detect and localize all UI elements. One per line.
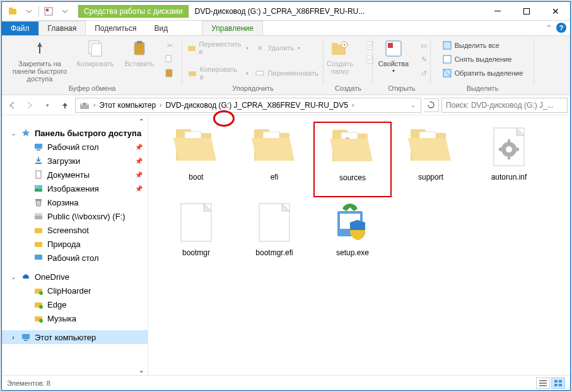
scroll-up-icon[interactable]: ⌃ (139, 118, 144, 125)
sidebar-item-screenshot[interactable]: Screenshot (2, 223, 148, 237)
svg-rect-4 (494, 11, 501, 11)
disc-tools-tab[interactable]: Средства работы с дисками (78, 5, 189, 18)
qat-dropdown-icon[interactable] (22, 4, 36, 18)
navigation-pane[interactable]: ⌃ ⌄Панель быстрого доступа Рабочий стол📌… (2, 115, 148, 375)
sidebar-item-public[interactable]: Public (\\vboxsrv) (F:) (2, 209, 148, 223)
breadcrumb[interactable]: › Этот компьютер › DVD-дисковод (G:) J_C… (75, 98, 421, 113)
history-small[interactable]: ↺ (417, 66, 430, 80)
svg-point-64 (506, 146, 512, 153)
sidebar-quick-access[interactable]: ⌄Панель быстрого доступа (2, 126, 148, 140)
chevron-right-icon[interactable]: › (158, 101, 163, 108)
svg-rect-12 (166, 69, 172, 77)
icons-view-button[interactable] (551, 378, 565, 389)
sidebar-item-cliphoarder[interactable]: ClipHoarder (2, 284, 148, 297)
nav-forward-icon[interactable] (22, 98, 37, 113)
sidebar-this-pc[interactable]: ›Этот компьютер (2, 330, 148, 344)
details-view-button[interactable] (536, 378, 550, 389)
sidebar-item-documents[interactable]: Документы📌 (2, 168, 148, 182)
svg-rect-17 (332, 43, 338, 46)
paste-button[interactable]: Вставить (119, 37, 160, 67)
folder-icon (33, 239, 44, 249)
network-drive-icon (33, 211, 44, 221)
qat-sep (38, 6, 39, 17)
rename[interactable]: Переименовать (254, 66, 320, 80)
svg-rect-38 (35, 242, 42, 247)
ribbon-tabs: Файл Главная Поделиться Вид Управление ⌃… (2, 21, 570, 36)
sidebar-onedrive[interactable]: ⌄OneDrive (2, 270, 148, 284)
search-input[interactable] (441, 98, 568, 113)
tab-manage[interactable]: Управление (202, 21, 263, 35)
breadcrumb-dropdown-icon[interactable]: ⌄ (407, 101, 419, 108)
sidebar-item-desktop[interactable]: Рабочий стол📌 (2, 140, 148, 154)
pin-to-quick-access-button[interactable]: Закрепить на панели быстрого доступа (8, 37, 71, 83)
refresh-icon[interactable] (424, 98, 439, 112)
crumb-pc[interactable]: Этот компьютер (96, 98, 158, 112)
invert-selection[interactable]: Обратить выделение (441, 66, 525, 80)
sidebar-item-nature[interactable]: Природа (2, 237, 148, 251)
folder-item-boot[interactable]: boot (157, 122, 235, 197)
file-item-setup[interactable]: setup.exe (313, 197, 392, 273)
cloud-icon (21, 272, 31, 282)
edit-small[interactable]: ✎ (417, 52, 430, 66)
new-folder-button[interactable]: ✦ Создать папку (320, 37, 360, 75)
tab-home[interactable]: Главная (38, 21, 86, 35)
svg-rect-23 (443, 55, 451, 63)
file-item-bootmgr-efi[interactable]: bootmgr.efi (235, 197, 313, 273)
folder-item-sources[interactable]: sources (313, 122, 392, 197)
svg-rect-6 (39, 46, 40, 54)
move-to[interactable]: Переместить в▾ (186, 41, 250, 55)
tab-view[interactable]: Вид (145, 21, 177, 35)
sidebar-item-edge[interactable]: Edge (2, 297, 148, 311)
folder-item-efi[interactable]: efi (235, 122, 313, 197)
paste-shortcut-small[interactable] (163, 66, 176, 80)
copy-button[interactable]: Копировать (75, 37, 115, 67)
select-none[interactable]: Снять выделение (441, 52, 525, 66)
svg-rect-29 (37, 149, 40, 151)
tab-file[interactable]: Файл (2, 21, 38, 35)
cut-small[interactable]: ✂ (163, 38, 176, 52)
qat-dropdown2-icon[interactable] (58, 4, 72, 18)
sidebar-item-music[interactable]: Музыка (2, 311, 148, 325)
folder-open-icon (170, 124, 222, 170)
help-icon[interactable]: ? (556, 23, 566, 33)
svg-point-41 (39, 291, 43, 295)
qat-properties-icon[interactable] (42, 4, 55, 18)
open-small[interactable]: ▭ (417, 38, 430, 52)
svg-rect-79 (539, 385, 547, 386)
svg-rect-34 (35, 199, 42, 200)
file-item-bootmgr[interactable]: bootmgr (157, 197, 235, 273)
nav-recent-icon[interactable]: ▾ (40, 98, 55, 113)
scroll-down-icon[interactable]: ⌄ (139, 367, 144, 374)
chevron-right-icon[interactable]: › (351, 101, 355, 108)
desktop-icon (33, 253, 44, 263)
sidebar-item-pictures[interactable]: Изображения📌 (2, 182, 148, 195)
svg-rect-10 (137, 41, 142, 43)
select-all[interactable]: Выделить все (441, 38, 525, 52)
sidebar-item-desktop2[interactable]: Рабочий стол (2, 251, 148, 265)
item-label: efi (271, 173, 279, 182)
delete[interactable]: ✕Удалить▾ (254, 41, 320, 55)
file-item-autorun[interactable]: autorun.inf (470, 122, 548, 197)
chevron-right-icon[interactable]: › (92, 101, 96, 108)
crumb-drive[interactable]: DVD-дисковод (G:) J_CPRA_X86FREV_RU-RU_D… (163, 98, 350, 112)
svg-rect-9 (134, 42, 144, 55)
maximize-button[interactable] (512, 2, 541, 20)
sidebar-item-trash[interactable]: Корзина (2, 195, 148, 209)
close-button[interactable]: ✕ (541, 2, 570, 20)
trash-icon (33, 197, 44, 207)
crumb-root-icon[interactable] (77, 98, 92, 112)
status-count: Элементов: 8 (7, 379, 50, 387)
copy-to[interactable]: Копировать в▾ (186, 66, 250, 80)
nav-back-icon[interactable] (4, 98, 20, 113)
copy-path-small[interactable] (163, 52, 176, 66)
collapse-ribbon-icon[interactable]: ⌃ (546, 23, 552, 33)
folder-item-support[interactable]: support (392, 122, 470, 197)
tab-share[interactable]: Поделиться (86, 21, 145, 35)
svg-rect-3 (46, 9, 49, 11)
app-icon[interactable] (6, 4, 20, 18)
file-view[interactable]: boot efi sources support autorun.inf boo… (148, 115, 570, 375)
properties-button[interactable]: Свойства ▾ (373, 37, 414, 75)
nav-up-icon[interactable] (57, 98, 73, 113)
minimize-button[interactable] (483, 2, 512, 20)
sidebar-item-downloads[interactable]: Загрузки📌 (2, 154, 148, 168)
